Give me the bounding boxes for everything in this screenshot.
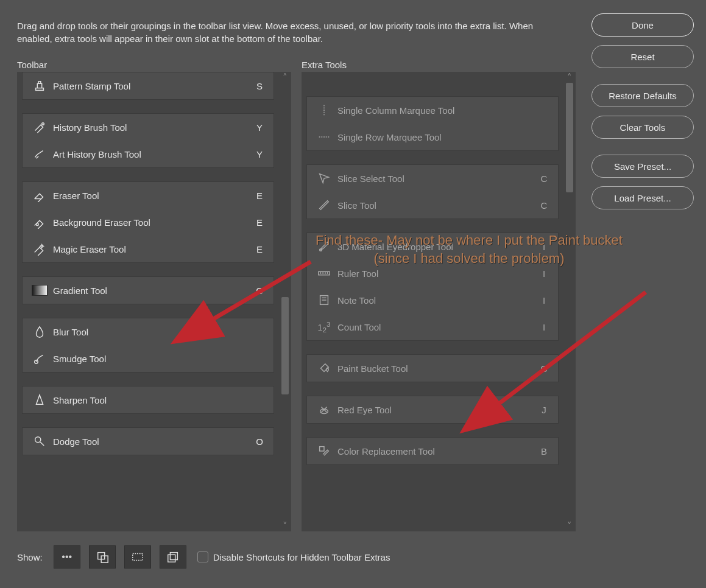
tool-shortcut: E [250, 244, 269, 254]
extra-scrollbar[interactable]: ˄ ˅ [563, 72, 576, 531]
tool-row-color-replacement[interactable]: Color Replacement ToolB [307, 438, 558, 464]
scroll-down-icon[interactable]: ˅ [279, 520, 291, 531]
tool-row-ruler[interactable]: Ruler ToolI [307, 260, 558, 287]
tool-label: Eraser Tool [49, 191, 250, 201]
magic-eraser-icon [30, 242, 49, 256]
scroll-thumb[interactable] [566, 83, 573, 192]
tool-group[interactable]: Gradient ToolG [22, 276, 274, 304]
tool-row-eraser[interactable]: Eraser ToolE [23, 182, 274, 209]
checkbox-icon[interactable] [197, 551, 208, 562]
tool-label: 3D Material Eyedropper Tool [334, 242, 535, 252]
tool-row-background-eraser[interactable]: Background Eraser ToolE [23, 209, 274, 236]
tool-row-red-eye[interactable]: Red Eye ToolJ [307, 396, 558, 423]
tool-group[interactable]: Single Column Marquee ToolSingle Row Mar… [306, 96, 559, 151]
toolbar-panel: Pattern Stamp ToolSHistory Brush ToolYAr… [17, 72, 291, 531]
tool-group[interactable]: Blur ToolSmudge Tool [22, 318, 274, 373]
tool-shortcut: G [250, 285, 269, 296]
tool-row-slice[interactable]: Slice ToolC [307, 192, 558, 219]
tool-shortcut: S [250, 81, 269, 91]
side-button-column: Done Reset Restore Defaults Clear Tools … [591, 13, 694, 209]
tool-row-single-row-marquee[interactable]: Single Row Marquee Tool [307, 124, 558, 150]
disable-shortcuts-label: Disable Shortcuts for Hidden Toolbar Ext… [213, 552, 390, 562]
show-chip-dashed[interactable] [124, 545, 151, 569]
svg-point-1 [42, 123, 44, 125]
tool-label: Gradient Tool [49, 285, 250, 296]
tool-row-gradient[interactable]: Gradient ToolG [23, 277, 274, 304]
show-chip-dots[interactable]: ••• [54, 545, 80, 569]
extra-list[interactable]: Single Column Marquee ToolSingle Row Mar… [302, 72, 563, 531]
extra-header: Extra Tools [302, 60, 347, 70]
tool-group[interactable]: Eraser ToolEBackground Eraser ToolEMagic… [22, 181, 274, 263]
save-preset-button[interactable]: Save Preset... [591, 155, 694, 178]
tool-row-single-col-marquee[interactable]: Single Column Marquee Tool [307, 97, 558, 124]
3d-eyedropper-icon [314, 240, 334, 253]
tool-row-note[interactable]: Note ToolI [307, 287, 558, 313]
tool-label: Background Eraser Tool [49, 217, 250, 228]
color-replacement-icon [314, 444, 334, 458]
tool-group[interactable]: Red Eye ToolJ [306, 396, 559, 424]
tool-label: Note Tool [334, 295, 535, 306]
load-preset-button[interactable]: Load Preset... [591, 186, 694, 209]
smudge-icon [30, 352, 49, 365]
show-chip-stack[interactable] [160, 545, 186, 569]
tool-row-magic-eraser[interactable]: Magic Eraser ToolE [23, 236, 274, 262]
scroll-down-icon[interactable]: ˅ [563, 520, 576, 531]
slice-select-icon [314, 172, 334, 185]
tool-group[interactable]: 3D Material Eyedropper ToolIRuler ToolIN… [306, 233, 559, 341]
tool-row-dodge[interactable]: Dodge ToolO [23, 428, 274, 455]
tool-label: Smudge Tool [49, 354, 250, 364]
tool-row-sharpen[interactable]: Sharpen Tool [23, 387, 274, 413]
tool-shortcut: B [535, 446, 553, 457]
svg-rect-0 [36, 88, 44, 91]
tool-label: Color Replacement Tool [334, 446, 535, 457]
toolbar-scrollbar[interactable]: ˄ ˅ [279, 72, 291, 531]
svg-line-6 [40, 442, 44, 446]
tool-row-blur[interactable]: Blur Tool [23, 318, 274, 345]
restore-defaults-button[interactable]: Restore Defaults [591, 84, 694, 107]
bottom-bar: Show: ••• Disable Shortcuts for Hidden T… [17, 545, 390, 569]
scroll-thumb[interactable] [281, 297, 289, 394]
scroll-up-icon[interactable]: ˄ [563, 72, 576, 83]
tool-label: Sharpen Tool [49, 395, 250, 405]
tool-group[interactable]: Dodge ToolO [22, 427, 274, 455]
paint-bucket-icon [314, 362, 334, 375]
single-row-marquee-icon [314, 130, 334, 144]
dodge-icon [30, 435, 49, 448]
single-col-marquee-icon [314, 103, 334, 117]
tool-row-paint-bucket[interactable]: Paint Bucket ToolG [307, 355, 558, 382]
tool-label: Slice Tool [334, 200, 535, 211]
tool-group[interactable]: Pattern Stamp ToolS [22, 72, 274, 100]
tool-group[interactable]: Paint Bucket ToolG [306, 354, 559, 382]
tool-row-slice-select[interactable]: Slice Select ToolC [307, 165, 558, 192]
tool-group[interactable]: Slice Select ToolCSlice ToolC [306, 164, 559, 219]
tool-shortcut: I [535, 242, 553, 252]
reset-button[interactable]: Reset [591, 45, 694, 68]
pattern-stamp-icon [30, 79, 49, 93]
tool-shortcut: Y [250, 149, 269, 159]
done-button[interactable]: Done [591, 13, 694, 37]
extra-panel: Single Column Marquee ToolSingle Row Mar… [302, 72, 576, 531]
tool-shortcut: O [250, 436, 269, 447]
tool-row-history-brush[interactable]: History Brush ToolY [23, 114, 274, 141]
tool-row-pattern-stamp[interactable]: Pattern Stamp ToolS [23, 72, 274, 99]
eraser-icon [30, 189, 49, 202]
tool-group[interactable]: Color Replacement ToolB [306, 437, 559, 465]
tool-row-art-history-brush[interactable]: Art History Brush ToolY [23, 141, 274, 167]
tool-shortcut: I [535, 322, 553, 332]
tool-label: Paint Bucket Tool [334, 363, 535, 374]
tool-label: Single Row Marquee Tool [334, 132, 535, 142]
tool-row-3d-eyedropper[interactable]: 3D Material Eyedropper ToolI [307, 233, 558, 260]
disable-shortcuts-checkbox[interactable]: Disable Shortcuts for Hidden Toolbar Ext… [197, 551, 390, 562]
toolbar-list[interactable]: Pattern Stamp ToolSHistory Brush ToolYAr… [17, 72, 279, 531]
tool-shortcut: E [250, 217, 269, 228]
clear-tools-button[interactable]: Clear Tools [591, 116, 694, 139]
tool-group[interactable]: Sharpen Tool [22, 386, 274, 414]
tool-label: Blur Tool [49, 327, 250, 337]
scroll-up-icon[interactable]: ˄ [279, 72, 291, 83]
tool-shortcut: C [535, 200, 553, 211]
tool-shortcut: C [535, 173, 553, 184]
tool-row-smudge[interactable]: Smudge Tool [23, 345, 274, 372]
show-chip-overlap[interactable] [89, 545, 116, 569]
tool-row-count[interactable]: 123Count ToolI [307, 313, 558, 340]
tool-group[interactable]: History Brush ToolYArt History Brush Too… [22, 113, 274, 168]
